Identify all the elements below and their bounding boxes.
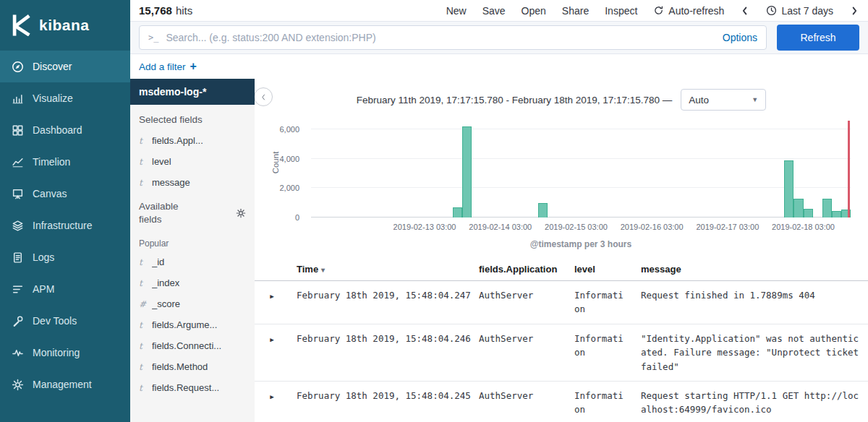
histogram-bar bbox=[453, 207, 462, 218]
field-sidebar: msdemo-log-* Selected fields tfields.App… bbox=[130, 79, 255, 422]
new-button[interactable]: New bbox=[446, 5, 467, 17]
nav-item-timelion[interactable]: Timelion bbox=[0, 146, 130, 178]
table-row: ▶February 18th 2019, 15:48:04.245AuthSer… bbox=[255, 381, 868, 422]
infrastructure-icon bbox=[12, 220, 24, 232]
field-type-icon: t bbox=[139, 362, 145, 372]
nav-item-label: Monitoring bbox=[33, 347, 80, 358]
time-range-label: February 11th 2019, 17:17:15.780 - Febru… bbox=[357, 95, 673, 106]
options-link[interactable]: Options bbox=[723, 32, 757, 43]
save-button[interactable]: Save bbox=[482, 5, 506, 17]
discover-main: February 11th 2019, 17:17:15.780 - Febru… bbox=[255, 79, 868, 422]
field-type-icon: t bbox=[139, 136, 145, 146]
field-item-fields-request[interactable]: tfields.Request... bbox=[130, 377, 255, 398]
gridline bbox=[311, 158, 851, 159]
cell-level: Information bbox=[567, 381, 634, 422]
refresh-button[interactable]: Refresh bbox=[777, 25, 859, 51]
top-menu-actions: NewSaveOpenShareInspect bbox=[446, 5, 638, 17]
cell-time: February 18th 2019, 15:48:04.246 bbox=[289, 324, 472, 381]
nav-item-visualize[interactable]: Visualize bbox=[0, 82, 130, 114]
filter-bar: Add a filter + bbox=[130, 54, 868, 79]
field-item-fields-argume[interactable]: tfields.Argume... bbox=[130, 314, 255, 335]
time-forward-button[interactable] bbox=[849, 6, 859, 16]
histogram-bar bbox=[538, 203, 548, 218]
kibana-logo[interactable]: kibana bbox=[0, 0, 130, 51]
collapse-sidebar-button[interactable] bbox=[255, 87, 273, 106]
field-item-message[interactable]: tmessage bbox=[130, 172, 255, 193]
field-item-_index[interactable]: t_index bbox=[130, 272, 255, 293]
column-header-fields-application[interactable]: fields.Application bbox=[472, 258, 567, 281]
nav-item-label: Visualize bbox=[33, 92, 73, 104]
y-tick-label: 6,000 bbox=[279, 125, 299, 134]
y-tick-label: 2,000 bbox=[279, 184, 299, 192]
open-button[interactable]: Open bbox=[522, 5, 546, 17]
y-tick-label: 4,000 bbox=[279, 155, 299, 163]
selected-fields-title: Selected fields bbox=[130, 105, 255, 130]
share-button[interactable]: Share bbox=[562, 5, 589, 17]
field-item-fields-method[interactable]: tfields.Method bbox=[130, 356, 255, 377]
field-item-_id[interactable]: t_id bbox=[130, 251, 255, 272]
interval-select[interactable]: Auto ▼ bbox=[681, 89, 766, 111]
table-row: ▶February 18th 2019, 15:48:04.246AuthSer… bbox=[255, 324, 868, 381]
field-item-fields-connecti[interactable]: tfields.Connecti... bbox=[130, 335, 255, 356]
column-header-message[interactable]: message bbox=[634, 258, 868, 281]
refresh-arrows-icon bbox=[653, 5, 664, 16]
histogram-bar bbox=[804, 209, 813, 218]
column-header-level[interactable]: level bbox=[567, 258, 634, 281]
visualize-icon bbox=[12, 92, 24, 105]
expand-row-button[interactable]: ▶ bbox=[270, 293, 273, 300]
plus-icon: + bbox=[190, 61, 197, 72]
search-input[interactable] bbox=[166, 32, 715, 43]
expand-row-button[interactable]: ▶ bbox=[270, 393, 273, 400]
nav-item-management[interactable]: Management bbox=[0, 369, 130, 400]
field-item-level[interactable]: tlevel bbox=[130, 151, 255, 172]
nav-item-logs[interactable]: Logs bbox=[0, 241, 130, 273]
x-tick-label: 2019-02-15 03:00 bbox=[545, 223, 608, 231]
popular-label: Popular bbox=[130, 231, 255, 251]
nav-item-discover[interactable]: Discover bbox=[0, 51, 130, 82]
nav-item-apm[interactable]: APM bbox=[0, 273, 130, 305]
nav-item-label: Discover bbox=[33, 61, 72, 72]
canvas-icon bbox=[12, 188, 24, 200]
cell-application: AuthServer bbox=[472, 324, 567, 381]
nav-item-infrastructure[interactable]: Infrastructure bbox=[0, 210, 130, 241]
expand-cell: ▶ bbox=[255, 381, 289, 422]
histogram-chart: Count 02,0004,0006,000 2019-02-13 03:002… bbox=[255, 118, 862, 252]
cell-time: February 18th 2019, 15:48:04.247 bbox=[289, 281, 472, 324]
nav-item-canvas[interactable]: Canvas bbox=[0, 178, 130, 210]
nav-item-label: Dev Tools bbox=[33, 315, 77, 327]
field-type-icon: t bbox=[139, 278, 145, 288]
kibana-app: kibana DiscoverVisualizeDashboardTimelio… bbox=[0, 0, 868, 422]
x-axis-label: @timestamp per 3 hours bbox=[311, 239, 851, 249]
field-settings-gear-icon[interactable] bbox=[236, 208, 246, 218]
search-box: >_ Options bbox=[139, 25, 767, 50]
dev-tools-icon bbox=[12, 315, 24, 327]
inspect-button[interactable]: Inspect bbox=[605, 5, 637, 17]
histogram-plot[interactable] bbox=[311, 122, 851, 218]
nav-item-dev-tools[interactable]: Dev Tools bbox=[0, 305, 130, 337]
nav-item-label: Infrastructure bbox=[33, 220, 92, 231]
histogram-bar bbox=[784, 160, 793, 218]
sort-desc-icon: ▾ bbox=[321, 266, 325, 274]
add-filter-link[interactable]: Add a filter + bbox=[139, 61, 197, 72]
auto-refresh-button[interactable]: Auto-refresh bbox=[653, 5, 724, 17]
nav-item-dashboard[interactable]: Dashboard bbox=[0, 114, 130, 146]
histogram-bar bbox=[832, 211, 841, 218]
table-row: ▶February 18th 2019, 15:48:04.247AuthSer… bbox=[255, 281, 868, 324]
cell-message: "Identity.Application" was not authentic… bbox=[634, 324, 868, 381]
field-item-fields-appl[interactable]: tfields.Appl... bbox=[130, 130, 255, 151]
field-name: level bbox=[152, 156, 171, 167]
content: msdemo-log-* Selected fields tfields.App… bbox=[130, 79, 868, 422]
x-axis: 2019-02-13 03:002019-02-14 03:002019-02-… bbox=[311, 223, 851, 233]
expand-row-button[interactable]: ▶ bbox=[270, 336, 273, 343]
nav-item-monitoring[interactable]: Monitoring bbox=[0, 337, 130, 369]
cell-message: Request starting HTTP/1.1 GET http://loc… bbox=[634, 381, 868, 422]
histogram-bar bbox=[822, 199, 832, 218]
y-axis: 02,0004,0006,000 bbox=[255, 122, 304, 218]
time-picker-button[interactable]: Last 7 days bbox=[766, 5, 833, 17]
column-header-time[interactable]: Time▾ bbox=[289, 258, 472, 281]
top-menu: NewSaveOpenShareInspect Auto-refresh Las… bbox=[446, 5, 859, 17]
time-back-button[interactable] bbox=[740, 6, 750, 16]
table-body: ▶February 18th 2019, 15:48:04.247AuthSer… bbox=[255, 281, 868, 422]
index-pattern-selector[interactable]: msdemo-log-* bbox=[130, 79, 255, 105]
field-item-_score[interactable]: #_score bbox=[130, 293, 255, 314]
